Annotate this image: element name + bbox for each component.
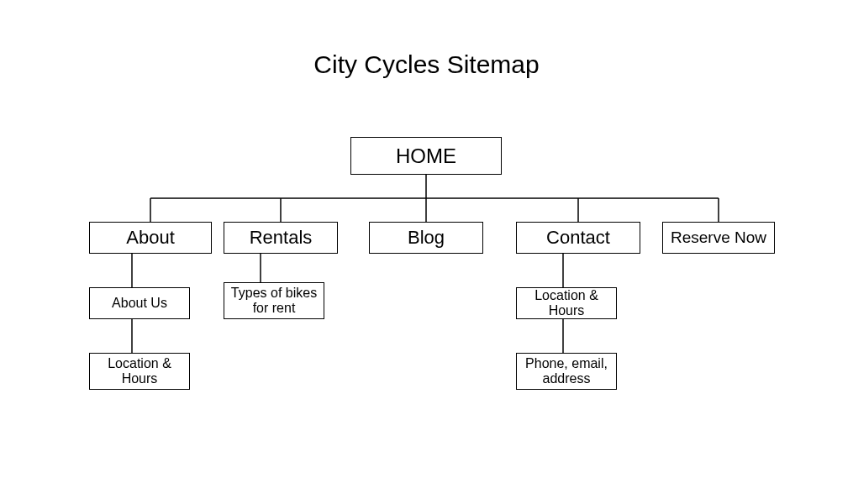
node-rentals: Rentals <box>224 222 338 254</box>
node-about-us: About Us <box>89 287 190 319</box>
node-home: HOME <box>350 137 502 175</box>
sitemap-diagram: City Cycles Sitemap HOME About Rentals B… <box>0 0 853 504</box>
node-label: Rentals <box>245 225 318 249</box>
node-contact-location-hours: Location & Hours <box>516 287 617 319</box>
node-label: About <box>121 225 180 249</box>
node-label: Location & Hours <box>90 354 189 389</box>
node-label: About Us <box>107 294 172 312</box>
node-label: Types of bikes for rent <box>224 284 324 318</box>
node-about-location-hours: Location & Hours <box>89 353 190 390</box>
node-contact-details: Phone, email, address <box>516 353 617 390</box>
node-about: About <box>89 222 212 254</box>
node-contact: Contact <box>516 222 640 254</box>
node-rental-types: Types of bikes for rent <box>224 282 324 319</box>
node-label: Blog <box>403 225 450 249</box>
node-label: Phone, email, address <box>517 354 616 389</box>
diagram-title: City Cycles Sitemap <box>0 50 853 79</box>
node-label: Contact <box>541 225 615 249</box>
node-blog: Blog <box>369 222 483 254</box>
node-label: HOME <box>391 143 461 170</box>
node-reserve-now: Reserve Now <box>662 222 775 254</box>
node-label: Reserve Now <box>666 227 771 249</box>
node-label: Location & Hours <box>517 286 616 321</box>
